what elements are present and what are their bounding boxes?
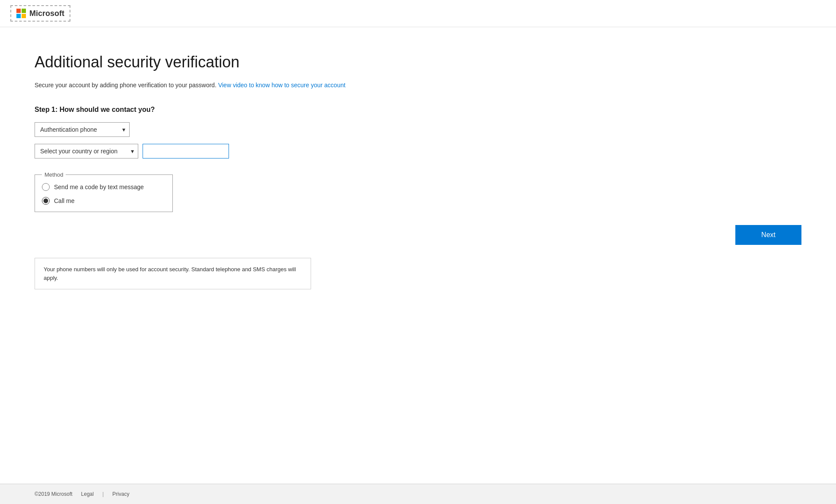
logo-blue-square [16, 14, 21, 18]
auth-method-select-wrapper[interactable]: Authentication phone Office phone Mobile… [35, 122, 130, 137]
page-title: Additional security verification [35, 53, 801, 71]
footer-privacy-link[interactable]: Privacy [112, 491, 129, 497]
main-content: Additional security verification Secure … [0, 27, 836, 484]
radio-option-text[interactable]: Send me a code by text message [42, 183, 164, 191]
radio-call-me[interactable] [42, 197, 50, 205]
radio-text-message[interactable] [42, 183, 50, 191]
footer: ©2019 Microsoft Legal | Privacy [0, 484, 836, 504]
logo-yellow-square [22, 14, 26, 18]
microsoft-logo-box: Microsoft [10, 5, 70, 22]
microsoft-logo-text: Microsoft [29, 9, 64, 18]
subtitle-text: Secure your account by adding phone veri… [35, 82, 801, 89]
microsoft-logo-icon [16, 9, 26, 18]
country-select[interactable]: Select your country or region United Sta… [35, 144, 138, 158]
radio-text-message-label: Send me a code by text message [54, 184, 144, 190]
phone-number-input[interactable] [143, 144, 229, 158]
method-legend: Method [42, 171, 66, 178]
footer-copyright: ©2019 Microsoft [35, 491, 73, 497]
header: Microsoft [0, 0, 836, 27]
subtitle-link[interactable]: View video to know how to secure your ac… [218, 82, 346, 89]
country-select-wrapper[interactable]: Select your country or region United Sta… [35, 144, 138, 158]
radio-option-call[interactable]: Call me [42, 197, 164, 205]
logo-red-square [16, 9, 21, 13]
disclaimer-box: Your phone numbers will only be used for… [35, 258, 311, 289]
auth-method-select[interactable]: Authentication phone Office phone Mobile… [35, 122, 130, 137]
disclaimer-text: Your phone numbers will only be used for… [44, 266, 296, 281]
logo-green-square [22, 9, 26, 13]
next-button[interactable]: Next [735, 225, 801, 245]
step-heading: Step 1: How should we contact you? [35, 106, 801, 114]
footer-legal-link[interactable]: Legal [81, 491, 94, 497]
country-phone-row: Select your country or region United Sta… [35, 144, 801, 158]
radio-call-me-label: Call me [54, 197, 74, 204]
method-fieldset: Method Send me a code by text message Ca… [35, 171, 173, 212]
button-row: Next [35, 225, 801, 245]
subtitle-static: Secure your account by adding phone veri… [35, 82, 216, 89]
footer-divider: | [102, 491, 104, 497]
